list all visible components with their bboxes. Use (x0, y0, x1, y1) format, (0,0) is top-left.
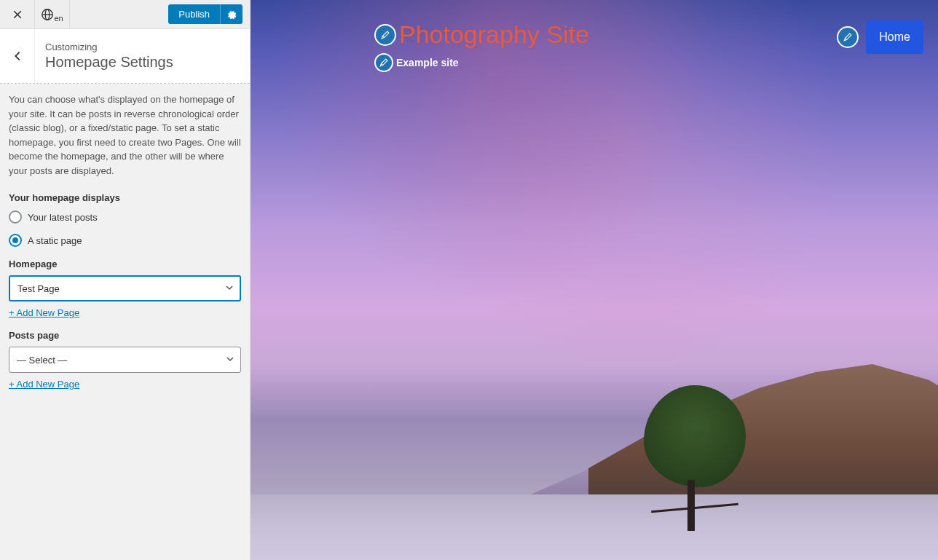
close-customizer-button[interactable] (0, 0, 35, 29)
pencil-icon (380, 30, 390, 40)
radio-latest-label: Your latest posts (28, 212, 98, 223)
radio-icon (9, 234, 22, 247)
language-button[interactable]: en (35, 0, 70, 29)
edit-site-title-button[interactable] (374, 24, 396, 46)
radio-static-label: A static page (28, 235, 82, 246)
homepage-select[interactable]: Test Page (9, 275, 241, 301)
posts-page-select[interactable]: — Select — (9, 347, 241, 373)
chevron-down-icon (226, 355, 234, 366)
pencil-icon (843, 32, 853, 42)
edit-nav-button[interactable] (837, 26, 859, 48)
radio-static-page[interactable]: A static page (9, 234, 241, 247)
panel-description: You can choose what's displayed on the h… (9, 92, 241, 178)
publish-settings-button[interactable] (220, 4, 243, 24)
nav-home-link[interactable]: Home (866, 20, 923, 54)
publish-button[interactable]: Publish (168, 4, 220, 24)
homepage-displays-label: Your homepage displays (9, 192, 241, 203)
globe-icon (41, 8, 54, 21)
site-tagline: Example site (396, 57, 459, 68)
chevron-left-icon (11, 50, 24, 63)
homepage-select-value: Test Page (17, 283, 60, 294)
radio-icon (9, 210, 22, 224)
posts-page-field-label: Posts page (9, 330, 241, 341)
add-new-homepage-link[interactable]: + Add New Page (9, 307, 79, 318)
posts-page-select-value: — Select — (17, 355, 67, 366)
add-new-posts-page-link[interactable]: + Add New Page (9, 379, 79, 390)
gear-icon (226, 9, 237, 20)
site-title[interactable]: Photography Site (399, 20, 589, 49)
radio-latest-posts[interactable]: Your latest posts (9, 210, 241, 224)
homepage-field-label: Homepage (9, 259, 241, 269)
edit-tagline-button[interactable] (374, 53, 393, 72)
language-code: en (54, 14, 63, 23)
chevron-down-icon (225, 283, 234, 294)
site-preview: Photography Site Example site Home (251, 0, 938, 560)
breadcrumb: Customizing (45, 42, 173, 52)
page-title: Homepage Settings (45, 54, 173, 71)
pencil-icon (379, 58, 389, 68)
back-button[interactable] (0, 29, 35, 83)
